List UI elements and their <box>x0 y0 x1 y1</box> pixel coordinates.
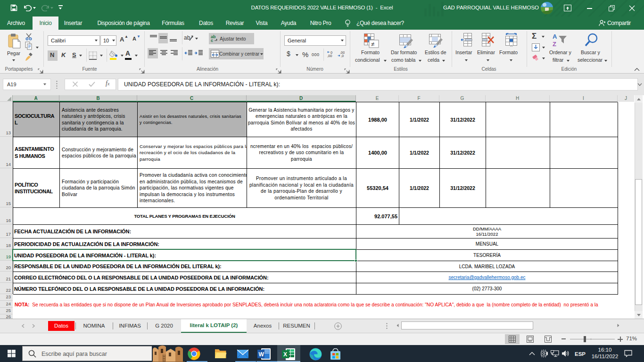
svg-text:≠: ≠ <box>371 41 374 48</box>
svg-text:ab: ab <box>184 34 190 41</box>
svg-text:X: X <box>283 351 287 358</box>
svg-text:,00: ,00 <box>327 54 332 58</box>
svg-text:W: W <box>259 351 264 358</box>
svg-text:c: c <box>211 38 213 42</box>
svg-text:,0: ,0 <box>341 54 344 58</box>
svg-text:A: A <box>553 33 557 40</box>
svg-text:Z: Z <box>553 41 556 48</box>
